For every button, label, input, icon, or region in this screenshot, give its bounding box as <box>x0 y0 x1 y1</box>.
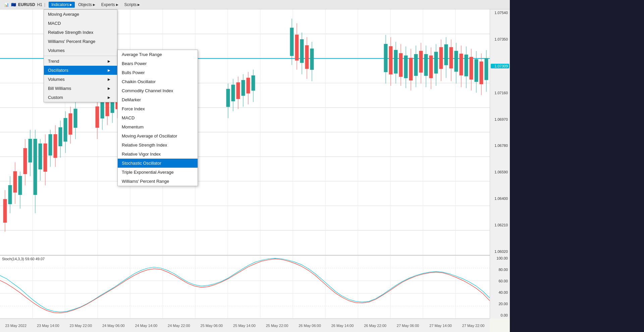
menu-item-label: Volumes <box>48 48 65 53</box>
menu-item-williams-percent-range[interactable]: Williams' Percent Range <box>118 177 198 186</box>
svg-rect-109 <box>404 56 408 78</box>
indicators-menu-button[interactable]: Indicators ▶ <box>49 2 75 8</box>
menu-item-label: Oscillators <box>48 68 68 73</box>
svg-rect-125 <box>444 45 448 65</box>
svg-rect-31 <box>18 176 22 195</box>
menu-container: Moving Average MACD Relative Strength In… <box>44 9 117 102</box>
menu-item-demarker[interactable]: DeMarker <box>118 95 198 104</box>
time-label: 27 May 22:00 <box>462 324 485 328</box>
oscillator-chart: Stoch(14,3,3) 59.60 49.07 <box>0 255 490 319</box>
menu-item-label: Williams' Percent Range <box>122 179 169 184</box>
time-label: 24 May 22:00 <box>168 324 190 328</box>
menu-item-label: MACD <box>48 21 61 26</box>
price-label-2: 1.07350 <box>491 37 509 41</box>
svg-rect-103 <box>389 46 392 74</box>
menu-item-label: Relative Strength Index <box>122 143 167 148</box>
svg-rect-27 <box>8 185 12 204</box>
menu-item-moving-avg-osc[interactable]: Moving Average of Oscillator <box>118 131 198 141</box>
svg-rect-85 <box>241 80 245 96</box>
menu-item-volumes[interactable]: Volumes ▶ <box>44 75 117 84</box>
svg-rect-49 <box>64 118 67 142</box>
menu-item-rsi-pinned[interactable]: Relative Strength Index <box>44 28 117 37</box>
chart-icon: 📊 <box>4 2 9 7</box>
svg-rect-123 <box>439 47 443 69</box>
menu-item-bears-power[interactable]: Bears Power <box>118 59 198 68</box>
svg-rect-119 <box>429 56 433 78</box>
time-label: 26 May 22:00 <box>364 324 386 328</box>
symbol-name: EURUSD <box>18 2 35 7</box>
osc-level-80: 80.00 <box>491 268 509 272</box>
svg-rect-37 <box>34 139 37 195</box>
experts-arrow: ▶ <box>116 3 118 6</box>
menu-item-relative-vigor-index[interactable]: Relative Vigor Index <box>118 150 198 159</box>
menu-item-macd[interactable]: MACD <box>44 19 117 28</box>
svg-rect-137 <box>475 59 478 81</box>
svg-rect-45 <box>54 134 57 158</box>
menu-item-momentum[interactable]: Momentum <box>118 122 198 131</box>
osc-level-0: 0.00 <box>491 313 509 317</box>
svg-rect-121 <box>434 52 438 73</box>
osc-level-100: 100.00 <box>491 256 509 260</box>
time-label: 26 May 06:00 <box>299 324 321 328</box>
menu-item-label: Stochastic Oscillator <box>122 161 161 166</box>
scripts-label: Scripts <box>124 2 137 7</box>
menu-item-chaikin-oscillator[interactable]: Chaikin Oscillator <box>118 77 198 86</box>
time-axis: 23 May 2022 23 May 14:00 23 May 22:00 24… <box>0 319 490 332</box>
menu-item-force-index[interactable]: Force Index <box>118 104 198 113</box>
menu-item-williams-pr[interactable]: Williams' Percent Range <box>44 37 117 46</box>
menu-item-label: Relative Strength Index <box>48 30 93 35</box>
scripts-arrow: ▶ <box>138 3 140 6</box>
menu-item-label: Williams' Percent Range <box>48 39 95 44</box>
svg-rect-47 <box>59 127 62 146</box>
flag-icon: 🇪🇺 <box>11 2 16 7</box>
menu-item-macd-osc[interactable]: MACD <box>118 113 198 122</box>
experts-menu-button[interactable]: Experts ▶ <box>99 2 121 8</box>
menu-item-label: Momentum <box>122 124 144 129</box>
menu-item-relative-strength-index[interactable]: Relative Strength Index <box>118 141 198 150</box>
time-label: 24 May 14:00 <box>135 324 158 328</box>
osc-level-40: 40.00 <box>491 290 509 294</box>
svg-rect-97 <box>305 46 309 69</box>
menu-item-label: Relative Vigor Index <box>122 152 161 157</box>
menu-separator <box>44 56 117 56</box>
scripts-menu-button[interactable]: Scripts ▶ <box>122 2 143 8</box>
svg-rect-127 <box>449 47 453 68</box>
time-label: 25 May 14:00 <box>233 324 256 328</box>
menu-item-volumes-pinned[interactable]: Volumes <box>44 46 117 55</box>
menu-item-bulls-power[interactable]: Bulls Power <box>118 68 198 77</box>
oscillator-svg <box>0 256 490 319</box>
svg-rect-39 <box>39 144 42 169</box>
menu-item-oscillators[interactable]: Oscillators ▶ <box>44 66 117 75</box>
svg-rect-91 <box>290 28 293 56</box>
svg-rect-101 <box>384 44 387 72</box>
menu-item-stochastic-oscillator[interactable]: Stochastic Oscillator <box>118 159 198 168</box>
menu-item-bill-williams[interactable]: Bill Williams ▶ <box>44 84 117 93</box>
objects-menu-button[interactable]: Objects ▶ <box>75 2 98 8</box>
time-label: 23 May 2022 <box>5 324 26 328</box>
menu-item-label: DeMarker <box>122 97 141 102</box>
oscillators-submenu: Average True Range Bears Power Bulls Pow… <box>117 50 198 186</box>
menu-item-triple-exponential[interactable]: Triple Exponential Average <box>118 168 198 177</box>
menu-item-moving-average[interactable]: Moving Average <box>44 10 117 19</box>
menu-item-commodity-channel-index[interactable]: Commodity Channel Index <box>118 86 198 95</box>
time-label: 24 May 06:00 <box>102 324 125 328</box>
menu-item-custom[interactable]: Custom ▶ <box>44 93 117 102</box>
menu-item-label: Volumes <box>48 77 65 82</box>
svg-rect-129 <box>454 51 458 71</box>
svg-rect-83 <box>236 82 240 99</box>
svg-rect-51 <box>69 114 72 134</box>
menu-item-average-true-range[interactable]: Average True Range <box>118 50 198 59</box>
osc-level-60: 60.00 <box>491 279 509 283</box>
osc-level-20: 20.00 <box>491 302 509 306</box>
price-label-6: 1.06780 <box>491 144 509 148</box>
menu-item-trend[interactable]: Trend ▶ <box>44 57 117 66</box>
symbol-timeframe: H1 <box>37 2 42 7</box>
menu-item-label: Chaikin Oscillator <box>122 79 156 84</box>
svg-rect-25 <box>3 199 7 222</box>
price-label-7: 1.06590 <box>491 170 509 174</box>
menu-item-label: Bears Power <box>122 61 147 66</box>
svg-rect-93 <box>295 35 299 60</box>
svg-rect-99 <box>310 49 314 69</box>
submenu-arrow: ▶ <box>108 59 110 63</box>
svg-rect-43 <box>49 134 52 155</box>
